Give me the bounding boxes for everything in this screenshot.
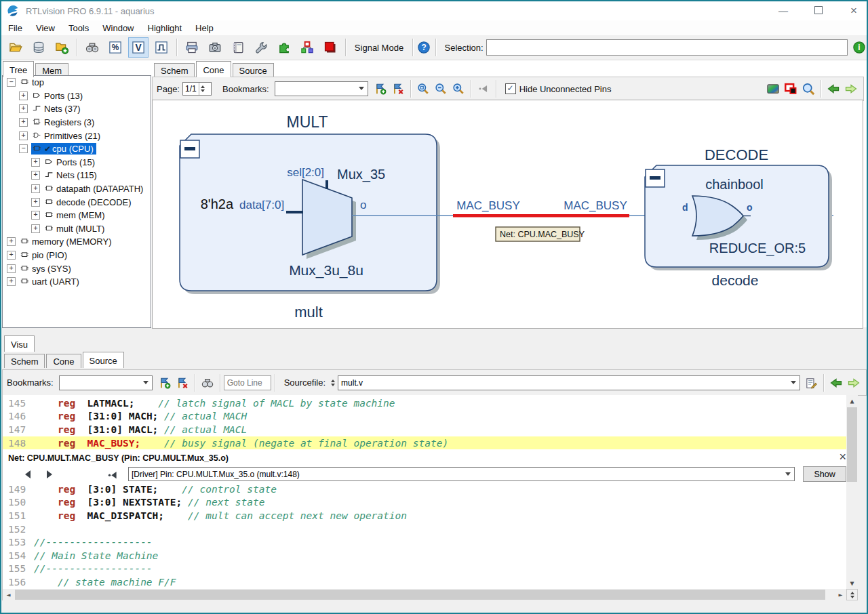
show-button[interactable]: Show [803, 466, 846, 482]
percent-icon[interactable]: % [105, 37, 125, 58]
corner-spinner[interactable] [846, 589, 858, 600]
notes-icon[interactable] [228, 37, 248, 58]
collapse-icon[interactable]: − [19, 144, 28, 153]
tab-schem[interactable]: Schem [154, 63, 195, 77]
delete-bookmark-icon[interactable] [390, 81, 406, 97]
menu-item-tools[interactable]: Tools [62, 22, 96, 35]
print-icon[interactable] [182, 37, 202, 58]
tree-item-nets-37[interactable]: +Nets (37) [3, 102, 151, 116]
signal-mode-button[interactable]: Signal Mode [349, 43, 409, 53]
minimize-button[interactable]: — [776, 5, 791, 16]
driver-pin-combo[interactable]: [Driver] Pin: CPU.MULT.Mux_35.o (mult.v:… [128, 467, 795, 481]
tree-item-pio-pio[interactable]: +pio (PIO) [3, 249, 151, 262]
tab-cone-bottom[interactable]: Cone [46, 354, 81, 368]
source-bookmarks-combo[interactable] [59, 375, 153, 390]
goto-line-input[interactable] [224, 375, 271, 390]
horizontal-scrollbar[interactable]: ◄ ► [3, 589, 846, 600]
world-view-icon[interactable] [765, 81, 781, 97]
search-icon[interactable] [82, 37, 102, 58]
sourcefile-combo[interactable]: mult.v [338, 375, 800, 390]
snapshot-icon[interactable] [205, 37, 225, 58]
tab-cone[interactable]: Cone [196, 61, 231, 77]
back-arrow-icon[interactable] [825, 81, 842, 97]
expand-icon[interactable]: + [7, 251, 16, 260]
search-view-icon[interactable] [800, 81, 816, 97]
edit-source-icon[interactable] [803, 375, 819, 391]
tab-schem-bottom[interactable]: Schem [4, 354, 45, 368]
previous-cone-icon[interactable] [475, 81, 492, 97]
verilog-icon[interactable]: V [128, 37, 149, 58]
tree-item-cpu-cpu[interactable]: −✔cpu (CPU) [3, 142, 151, 156]
tree-item-sys-sys[interactable]: +sys (SYS) [3, 262, 151, 275]
delete-bookmark-icon[interactable] [174, 375, 191, 391]
vertical-scrollbar[interactable]: ▲ ▼ [846, 395, 858, 589]
tree-item-primitives-21[interactable]: +Primitives (21) [3, 129, 151, 142]
selection-input[interactable] [486, 39, 848, 56]
hide-unconnected-pins-checkbox[interactable]: ✓ [505, 83, 516, 94]
plugin-icon[interactable] [274, 37, 294, 58]
expand-icon[interactable]: + [31, 184, 40, 193]
net-wire-highlighted[interactable] [453, 214, 629, 218]
next-driver-icon[interactable] [47, 470, 52, 478]
add-folder-icon[interactable] [52, 37, 72, 58]
maximize-button[interactable] [811, 5, 826, 16]
expand-icon[interactable]: + [7, 264, 16, 273]
tree-item-uart-uart[interactable]: +uart (UART) [3, 275, 151, 289]
expand-icon[interactable]: + [7, 277, 16, 286]
add-bookmark-icon[interactable] [157, 375, 173, 391]
zoom-in-icon[interactable] [450, 81, 467, 97]
tree-item-mem-mem[interactable]: +mem (MEM) [3, 209, 151, 222]
menu-item-window[interactable]: Window [96, 22, 140, 35]
tab-source[interactable]: Source [233, 63, 274, 77]
find-icon[interactable] [199, 375, 216, 391]
database-icon[interactable] [28, 37, 49, 58]
close-button[interactable]: × [846, 4, 861, 18]
open-folder-icon[interactable] [5, 37, 26, 58]
tab-visu[interactable]: Visu [4, 335, 35, 352]
tab-source-bottom[interactable]: Source [83, 352, 124, 368]
tree-item-datapath-datapath[interactable]: +datapath (DATAPATH) [3, 182, 151, 196]
tree-item-decode-decode[interactable]: +decode (DECODE) [3, 195, 151, 209]
close-net-bar-icon[interactable]: × [839, 450, 846, 464]
source-code-view[interactable]: 145 reg LATMACL; // latch signal of MACL… [2, 395, 858, 600]
add-bookmark-icon[interactable] [372, 81, 389, 97]
stop-icon[interactable] [320, 37, 340, 58]
tools-icon[interactable] [251, 37, 271, 58]
mux-data-pin[interactable] [286, 211, 303, 213]
highlight-view-icon[interactable] [783, 81, 799, 97]
expand-icon[interactable]: + [19, 104, 28, 113]
tree-item-registers-3[interactable]: +Registers (3) [3, 116, 151, 129]
expand-icon[interactable]: + [31, 198, 40, 207]
expand-icon[interactable]: + [31, 224, 40, 233]
expand-icon[interactable]: + [19, 131, 28, 140]
page-spin-arrows[interactable] [199, 83, 206, 95]
expand-icon[interactable]: + [7, 237, 16, 246]
tree-item-mult-mult[interactable]: +mult (MULT) [3, 222, 151, 236]
schematic-canvas[interactable]: MULT mult sel[2:0] Mux_35 8'h2a data[7:0… [152, 100, 863, 329]
page-spinner[interactable]: 1/1 [182, 82, 212, 96]
forward-arrow-icon[interactable] [846, 375, 862, 391]
expand-icon[interactable]: + [31, 211, 40, 220]
expand-icon[interactable]: + [31, 171, 40, 180]
help-icon[interactable]: ? [417, 39, 431, 56]
tree-item-ports-15[interactable]: +Ports (15) [3, 156, 151, 169]
tree-item-ports-13[interactable]: +Ports (13) [3, 89, 151, 103]
driver-pin-icon[interactable] [106, 468, 119, 480]
expand-icon[interactable]: + [31, 158, 40, 167]
sourcefile-spinner[interactable] [330, 377, 336, 389]
prev-driver-icon[interactable] [25, 470, 31, 478]
menu-item-file[interactable]: File [1, 22, 29, 35]
collapse-icon[interactable]: − [7, 78, 16, 87]
tab-tree[interactable]: Tree [3, 61, 34, 77]
back-arrow-icon[interactable] [828, 375, 844, 391]
zoom-fit-icon[interactable] [415, 81, 431, 97]
tree-item-memory-memory[interactable]: +memory (MEMORY) [3, 235, 151, 249]
hierarchy-icon[interactable] [297, 37, 317, 58]
bookmarks-combo[interactable] [275, 81, 368, 96]
menu-item-view[interactable]: View [29, 22, 62, 35]
expand-icon[interactable]: + [19, 91, 28, 100]
menu-item-highlight[interactable]: Highlight [141, 22, 189, 35]
zoom-out-icon[interactable] [433, 81, 449, 97]
expand-icon[interactable]: + [19, 118, 28, 127]
forward-arrow-icon[interactable] [843, 81, 859, 97]
